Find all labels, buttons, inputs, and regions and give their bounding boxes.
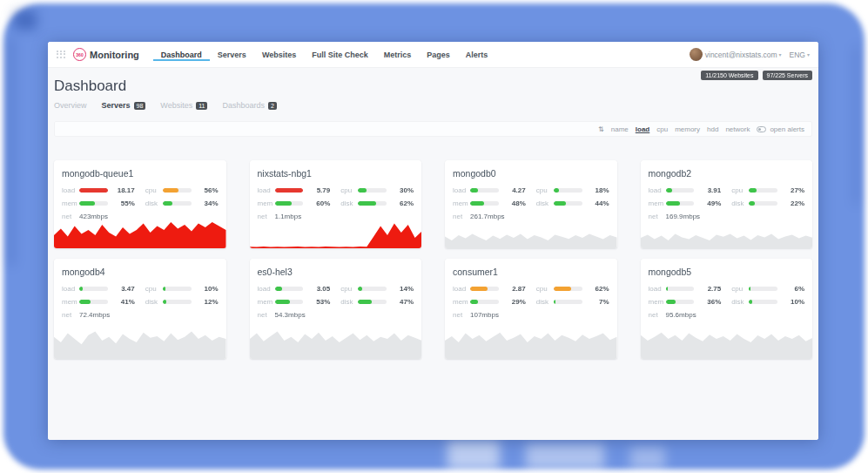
server-name: mongodb0 <box>453 168 609 179</box>
disk-bar <box>749 300 777 304</box>
disk-label: disk <box>536 298 554 306</box>
sort-option-network[interactable]: network <box>725 125 750 133</box>
summary-badges: 11/2150 Websites97/225 Servers <box>701 71 812 80</box>
mem-label: mem <box>62 199 79 207</box>
nav-item-metrics[interactable]: Metrics <box>376 49 420 61</box>
page-header: 11/2150 Websites97/225 Servers Dashboard <box>54 68 812 95</box>
language-menu[interactable]: ENG ▾ <box>790 51 810 59</box>
server-card-nixstats-nbg1[interactable]: nixstats-nbg1 load 5.79 cpu 30% mem 60% … <box>250 160 422 248</box>
load-value: 3.47 <box>112 285 135 293</box>
server-card-mongodb-queue1[interactable]: mongodb-queue1 load 18.17 cpu 56% mem 55… <box>54 160 226 248</box>
mem-bar <box>470 300 499 304</box>
tab-count-badge: 98 <box>134 102 146 110</box>
disk-value: 7% <box>587 298 609 306</box>
nav-item-servers[interactable]: Servers <box>210 49 254 61</box>
disk-value: 12% <box>196 298 219 306</box>
mem-bar <box>275 201 304 206</box>
mem-label: mem <box>453 199 470 207</box>
cpu-label: cpu <box>731 186 749 194</box>
net-label: net <box>258 311 275 319</box>
mem-value: 41% <box>112 298 135 306</box>
summary-badge: 97/225 Servers <box>763 71 812 80</box>
load-value: 18.17 <box>112 186 135 194</box>
mem-value: 36% <box>698 298 721 306</box>
nav-item-dashboard[interactable]: Dashboard <box>153 49 210 61</box>
disk-label: disk <box>145 199 163 207</box>
mem-value: 49% <box>698 199 721 207</box>
network-sparkline <box>250 222 422 248</box>
sort-icon[interactable]: ⇅ <box>598 125 604 133</box>
cpu-label: cpu <box>340 186 358 194</box>
mem-bar <box>79 201 108 206</box>
load-bar <box>79 188 108 193</box>
tab-count-badge: 2 <box>268 102 277 110</box>
disk-value: 62% <box>391 199 414 207</box>
disk-value: 10% <box>782 298 804 306</box>
load-bar <box>666 188 695 193</box>
sort-option-memory[interactable]: memory <box>675 125 700 133</box>
top-nav: 360 Monitoring DashboardServersWebsitesF… <box>48 42 818 68</box>
server-card-mongodb4[interactable]: mongodb4 load 3.47 cpu 10% mem 41% disk … <box>54 259 226 359</box>
load-value: 4.27 <box>503 186 526 194</box>
disk-label: disk <box>731 199 749 207</box>
nav-item-alerts[interactable]: Alerts <box>458 49 496 61</box>
sort-option-load[interactable]: load <box>636 125 649 133</box>
tab-servers[interactable]: Servers98 <box>102 101 146 110</box>
net-value: 54.3mbps <box>275 311 306 319</box>
disk-bar <box>358 201 387 206</box>
user-menu[interactable]: vincent@nixstats.com ▾ <box>690 48 781 61</box>
mem-bar <box>666 201 695 206</box>
cpu-value: 30% <box>391 186 414 194</box>
network-sparkline <box>445 322 617 359</box>
tab-websites[interactable]: Websites11 <box>160 101 207 110</box>
disk-label: disk <box>536 199 554 207</box>
open-alerts-toggle[interactable]: open alerts <box>757 125 804 133</box>
toggle-icon <box>757 126 766 132</box>
logo[interactable]: 360 Monitoring <box>73 48 139 61</box>
cpu-bar <box>358 287 387 291</box>
tab-overview[interactable]: Overview <box>54 101 87 110</box>
disk-bar <box>749 201 777 206</box>
load-bar <box>275 188 304 193</box>
load-label: load <box>453 285 470 293</box>
tab-label: Servers <box>102 101 131 110</box>
backdrop-smudge <box>14 10 37 30</box>
load-bar <box>79 287 108 291</box>
server-card-mongodb0[interactable]: mongodb0 load 4.27 cpu 18% mem 48% disk … <box>445 160 617 248</box>
load-value: 3.91 <box>698 186 721 194</box>
sort-option-cpu[interactable]: cpu <box>656 125 668 133</box>
cpu-bar <box>554 188 582 193</box>
load-label: load <box>62 285 79 293</box>
background: 360 Monitoring DashboardServersWebsitesF… <box>0 0 868 473</box>
load-label: load <box>258 285 275 293</box>
server-name: mongodb-queue1 <box>62 168 219 179</box>
mem-label: mem <box>258 298 275 306</box>
server-card-es0-hel3[interactable]: es0-hel3 load 3.05 cpu 14% mem 53% disk … <box>250 259 422 359</box>
server-name: mongodb2 <box>649 168 805 179</box>
server-card-consumer1[interactable]: consumer1 load 2.87 cpu 62% mem 29% disk… <box>445 259 617 359</box>
server-card-mongodb5[interactable]: mongodb5 load 2.75 cpu 6% mem 36% disk 1… <box>641 259 813 359</box>
load-label: load <box>649 285 666 293</box>
open-alerts-label: open alerts <box>770 125 804 133</box>
sort-option-hdd[interactable]: hdd <box>707 125 718 133</box>
net-label: net <box>62 213 79 220</box>
app-grid-icon[interactable] <box>57 51 65 59</box>
disk-bar <box>163 300 192 304</box>
nav-item-pages[interactable]: Pages <box>419 49 458 61</box>
disk-value: 47% <box>391 298 414 306</box>
net-value: 95.6mbps <box>666 311 696 319</box>
mem-label: mem <box>258 199 275 207</box>
summary-badge: 11/2150 Websites <box>701 71 757 80</box>
load-bar <box>666 287 695 291</box>
sort-option-name[interactable]: name <box>611 125 629 133</box>
net-label: net <box>453 311 470 319</box>
disk-label: disk <box>145 298 163 306</box>
nav-item-websites[interactable]: Websites <box>254 49 304 61</box>
dashboard-tabs: OverviewServers98Websites11Dashboards2 <box>54 101 812 110</box>
cpu-bar <box>163 287 192 291</box>
tab-dashboards[interactable]: Dashboards2 <box>222 101 276 110</box>
load-bar <box>275 287 304 291</box>
nav-item-full-site-check[interactable]: Full Site Check <box>304 49 376 61</box>
cpu-value: 56% <box>196 186 219 194</box>
server-card-mongodb2[interactable]: mongodb2 load 3.91 cpu 27% mem 49% disk … <box>641 160 813 248</box>
